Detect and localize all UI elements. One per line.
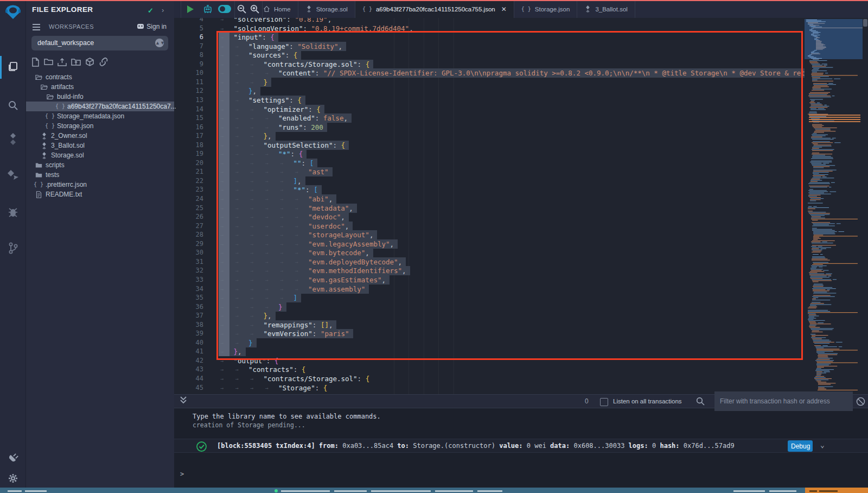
- plugin-manager-icon[interactable]: [0, 451, 25, 465]
- tab-whitespace-arrow: →: [220, 383, 224, 393]
- settings-gear-icon[interactable]: [0, 471, 25, 485]
- line-number: 10: [184, 68, 203, 78]
- run-script-button[interactable]: [182, 0, 199, 18]
- activity-bar: [0, 0, 25, 488]
- remix-ai-assistant-button[interactable]: [201, 0, 215, 18]
- tree-item-tests[interactable]: tests: [26, 170, 174, 180]
- network-status-dot: [275, 489, 278, 492]
- line-number: 33: [184, 275, 203, 285]
- line-number: 39: [184, 329, 203, 338]
- ai-copilot-toggle[interactable]: [216, 0, 233, 18]
- chevron-right-icon[interactable]: ›: [162, 6, 164, 14]
- line-number: 26: [184, 212, 203, 222]
- sign-in-button[interactable]: Sign in: [137, 23, 167, 30]
- terminal-prompt[interactable]: >: [180, 470, 184, 478]
- code-line[interactable]: 43→→"contracts": {: [174, 365, 805, 374]
- tab-label: Storage.sol: [316, 6, 348, 12]
- zoom-out-button[interactable]: [235, 0, 247, 18]
- line-number: 29: [184, 239, 203, 249]
- tree-item-2-owner-sol[interactable]: 2_Owner.sol: [26, 131, 174, 141]
- hamburger-menu-icon[interactable]: [32, 23, 41, 31]
- line-number: 6: [184, 33, 203, 42]
- solidity-icon: [41, 142, 48, 149]
- new-folder-icon[interactable]: [44, 58, 53, 66]
- check-icon: ✓: [148, 7, 154, 15]
- line-number: 13: [184, 96, 203, 105]
- tree-item-artifacts[interactable]: artifacts: [26, 82, 174, 92]
- tab-a69b43f277ba20fcac141151250ca755-json[interactable]: { }a69b43f277ba20fcac141151250ca755.json…: [355, 0, 514, 18]
- file-explorer-panel: FILE EXPLORER ✓ › WORKSPACES Sign in def…: [25, 0, 174, 488]
- tree-item-storage-metadata-json[interactable]: { }Storage_metadata.json: [26, 111, 174, 121]
- debugger-icon[interactable]: [0, 205, 25, 219]
- tx-expand-chevron-icon[interactable]: ⌄: [820, 441, 825, 449]
- tab-whitespace-arrow: →: [235, 374, 239, 383]
- workspace-select-toggle-icon[interactable]: ▲▼: [155, 39, 164, 47]
- clear-console-icon[interactable]: [856, 397, 865, 406]
- tree-item-label: 2_Owner.sol: [51, 131, 87, 141]
- line-number: 40: [184, 338, 203, 347]
- tab-storage-json[interactable]: { }Storage.json: [514, 0, 578, 18]
- editor-scrollbar[interactable]: [863, 18, 868, 394]
- remix-logo-icon[interactable]: [0, 3, 25, 21]
- tree-item-storage-sol[interactable]: Storage.sol: [26, 150, 174, 160]
- line-number: 12: [184, 86, 203, 96]
- ipfs-box-icon[interactable]: [85, 58, 94, 67]
- new-file-icon[interactable]: [31, 58, 40, 67]
- code-line[interactable]: 4→"solcVersion": "0.8.19",: [174, 18, 805, 24]
- tree-item--prettierrc-json[interactable]: { }.prettierrc.json: [26, 180, 174, 189]
- close-tab-icon[interactable]: ✕: [501, 5, 507, 13]
- tree-item-contracts[interactable]: contracts: [26, 72, 174, 82]
- code-line[interactable]: 44→→→"contracts/Storage.sol": {: [174, 374, 805, 383]
- tree-item-build-info[interactable]: build-info: [26, 92, 174, 102]
- search-icon[interactable]: [0, 98, 25, 112]
- tx-summary-text: [block:5583405 txIndex:4] from: 0xa03...…: [217, 442, 735, 450]
- code-line[interactable]: 45→→→→"Storage": {: [174, 383, 805, 393]
- tree-item-scripts[interactable]: scripts: [26, 160, 174, 170]
- line-number: 36: [184, 302, 203, 312]
- code-editor[interactable]: 4→"solcVersion": "0.8.19",5→"solcLongVer…: [174, 18, 868, 394]
- line-number: 9: [184, 60, 203, 69]
- scrollbar-thumb[interactable]: [863, 19, 867, 27]
- upload-file-icon[interactable]: [58, 58, 67, 67]
- remix-ide-window: FILE EXPLORER ✓ › WORKSPACES Sign in def…: [0, 0, 868, 493]
- line-number: 37: [184, 311, 203, 320]
- braces-icon: { }: [362, 6, 372, 12]
- git-icon[interactable]: [0, 241, 25, 255]
- debug-button[interactable]: Debug: [788, 440, 813, 452]
- line-number: 23: [184, 185, 203, 194]
- tree-item-label: a69b43f277ba20fcac141151250ca7...: [67, 102, 176, 111]
- folder-open-icon: [35, 74, 42, 81]
- deploy-run-icon[interactable]: [0, 169, 25, 183]
- tab-whitespace-arrow: →: [250, 374, 253, 383]
- tree-item-a69b43f277ba20fcac141151250ca7-[interactable]: { }a69b43f277ba20fcac141151250ca7...: [26, 102, 174, 111]
- listen-transactions-checkbox[interactable]: [600, 398, 608, 406]
- upload-folder-icon[interactable]: [71, 58, 81, 66]
- tree-item-3-ballot-sol[interactable]: 3_Ballot.sol: [26, 141, 174, 150]
- file-tree: contractsartifactsbuild-info{ }a69b43f27…: [26, 72, 174, 199]
- tree-item-storage-json[interactable]: { }Storage.json: [26, 121, 174, 131]
- editor-tab-bar: HomeStorage.sol{ }a69b43f277ba20fcac1411…: [174, 0, 868, 18]
- tab-home[interactable]: Home: [256, 0, 298, 18]
- line-number: 27: [184, 222, 203, 231]
- line-number: 28: [184, 230, 203, 239]
- tab-storage-sol[interactable]: Storage.sol: [298, 0, 355, 18]
- tab-3-ballot-sol[interactable]: 3_Ballot.sol: [577, 0, 635, 18]
- solidity-icon: [584, 5, 591, 12]
- tree-item-readme-txt[interactable]: README.txt: [26, 189, 174, 199]
- scam-alert-badge[interactable]: [805, 488, 868, 493]
- transaction-filter-input[interactable]: [714, 391, 853, 411]
- solidity-icon: [305, 5, 312, 12]
- link-icon[interactable]: [99, 58, 108, 66]
- minimap[interactable]: [805, 18, 863, 394]
- workspace-select[interactable]: default_workspace ▲▼: [31, 36, 168, 50]
- solidity-compiler-icon[interactable]: [0, 132, 25, 146]
- github-icon: [137, 23, 144, 30]
- expand-terminal-icon[interactable]: [180, 396, 187, 404]
- line-content: →→"contracts": {: [219, 365, 305, 374]
- line-number: 18: [184, 141, 203, 150]
- line-number: 11: [184, 78, 203, 87]
- file-explorer-icon[interactable]: [0, 59, 25, 75]
- transaction-log-row[interactable]: [block:5583405 txIndex:4] from: 0xa03...…: [174, 439, 868, 453]
- tree-item-label: contracts: [46, 72, 72, 82]
- tree-item-label: README.txt: [46, 189, 82, 199]
